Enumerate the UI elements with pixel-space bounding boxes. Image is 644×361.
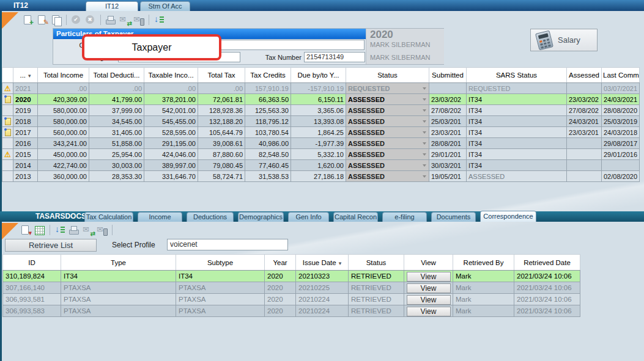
due-cell[interactable]: 27,186.18: [291, 171, 346, 182]
tax-credits-cell[interactable]: 31,538.53: [245, 171, 291, 182]
doc-status-cell[interactable]: RETRIEVED: [349, 305, 404, 317]
status-dropdown[interactable]: ASSESSED: [346, 105, 429, 116]
view-button[interactable]: View: [407, 307, 451, 316]
total-income-cell[interactable]: 450,000.00: [38, 149, 89, 160]
taxable-income-cell[interactable]: .00: [144, 83, 198, 94]
assessed-cell[interactable]: [567, 83, 602, 94]
tax-credits-cell[interactable]: 103,780.54: [245, 127, 291, 138]
column-header-type[interactable]: Type: [61, 255, 176, 271]
status-dropdown[interactable]: ASSESSED: [346, 160, 429, 171]
doc-retrieved-date-cell[interactable]: 2021/03/24 10:06: [514, 294, 580, 305]
tab-demographics[interactable]: Demographics: [238, 212, 284, 222]
tax-number-field[interactable]: 2154713149: [304, 52, 365, 62]
doc-issue-date-cell[interactable]: 20210224: [296, 305, 349, 317]
doc-retrieved-by-cell[interactable]: Mark: [453, 282, 514, 294]
assessed-cell[interactable]: 23/03/202: [567, 94, 602, 105]
row-flag-cell[interactable]: [2, 83, 13, 94]
assessed-cell[interactable]: [567, 171, 602, 182]
due-cell[interactable]: 6,150.11: [291, 94, 346, 105]
status-dropdown[interactable]: ASSESSED: [346, 127, 429, 138]
doc-type-cell[interactable]: PTAXSA: [61, 294, 176, 305]
total-deductions-cell[interactable]: 51,858.00: [89, 138, 144, 149]
year-cell[interactable]: 2018: [13, 116, 38, 127]
status-dropdown[interactable]: ASSESSED: [346, 116, 429, 127]
tab-tax-calculation[interactable]: Tax Calculation: [84, 212, 133, 222]
due-cell[interactable]: 1,864.25: [291, 127, 346, 138]
submitted-cell[interactable]: [429, 83, 467, 94]
column-header-subtype[interactable]: Subtype: [176, 255, 265, 271]
docs-row-2[interactable]: 307,166,140 PTAXSA PTAXSA 2020 20210225 …: [3, 282, 580, 294]
select-profile-input[interactable]: voicenet: [167, 239, 288, 250]
tax-credits-cell[interactable]: 118,795.12: [245, 116, 291, 127]
total-tax-cell[interactable]: 79,080.45: [198, 160, 245, 171]
tax-credits-cell[interactable]: 66,363.50: [245, 94, 291, 105]
export-grid-icon[interactable]: [34, 224, 46, 236]
doc-type-cell[interactable]: PTAXSA: [61, 305, 176, 317]
submitted-cell[interactable]: 23/03/201: [429, 127, 467, 138]
accept-icon[interactable]: [70, 14, 83, 26]
total-deductions-cell[interactable]: 28,353.30: [89, 171, 144, 182]
taxable-income-cell[interactable]: 378,201.00: [144, 94, 198, 105]
tab-gen-info[interactable]: Gen Info: [288, 212, 329, 222]
column-header-year[interactable]: Year: [265, 255, 296, 271]
due-cell[interactable]: -157,910.19: [291, 83, 346, 94]
submitted-cell[interactable]: 23/03/202: [429, 94, 467, 105]
sars-status-cell[interactable]: IT34: [467, 149, 567, 160]
tab-it12[interactable]: IT12: [86, 1, 138, 11]
view-button[interactable]: View: [407, 272, 451, 282]
send-receive-mail-icon[interactable]: [82, 224, 94, 236]
print-icon[interactable]: [105, 14, 117, 26]
doc-year-cell[interactable]: 2020: [265, 294, 296, 305]
new-record-icon[interactable]: [22, 14, 34, 26]
grid-row-2020[interactable]: 2020 420,309.00 41,799.00 378,201.00 72,…: [2, 94, 640, 105]
column-header-retrieved-by[interactable]: Retrieved By: [453, 255, 514, 271]
last-comm-cell[interactable]: 02/08/2020: [602, 171, 640, 182]
tax-credits-cell[interactable]: 157,910.19: [245, 83, 291, 94]
grid-row-2017[interactable]: 2017 560,000.00 31,405.00 528,595.00 105…: [2, 127, 640, 138]
grid-row-2021[interactable]: 2021 .00 .00 .00 .00 157,910.19 -157,910…: [2, 83, 640, 94]
salary-button[interactable]: Salary: [530, 29, 598, 51]
total-deductions-cell[interactable]: .00: [89, 83, 144, 94]
column-header-sars-status[interactable]: SARS Status: [467, 68, 567, 83]
doc-year-cell[interactable]: 2020: [265, 282, 296, 294]
last-comm-cell[interactable]: 24/03/2018: [602, 127, 640, 138]
docs-row-3[interactable]: 306,993,581 PTAXSA PTAXSA 2020 20210224 …: [3, 294, 580, 305]
assessed-cell[interactable]: 23/03/201: [567, 127, 602, 138]
doc-id-cell[interactable]: 310,189,824: [3, 271, 61, 282]
submitted-cell[interactable]: 30/03/201: [429, 160, 467, 171]
column-header-total-income[interactable]: Total Income: [38, 68, 89, 83]
total-income-cell[interactable]: 422,740.00: [38, 160, 89, 171]
retrieve-document-icon[interactable]: [20, 224, 32, 236]
send-sms-icon[interactable]: [133, 14, 145, 26]
due-cell[interactable]: 3,365.06: [291, 105, 346, 116]
year-cell[interactable]: 2014: [13, 160, 38, 171]
doc-retrieved-by-cell[interactable]: Mark: [453, 271, 514, 282]
total-deductions-cell[interactable]: 25,954.00: [89, 149, 144, 160]
row-flag-cell[interactable]: [2, 105, 13, 116]
total-income-cell[interactable]: .00: [38, 83, 89, 94]
total-income-cell[interactable]: 360,000.00: [38, 171, 89, 182]
sars-status-cell[interactable]: IT34: [467, 116, 567, 127]
tax-credits-cell[interactable]: 40,986.00: [245, 138, 291, 149]
doc-type-cell[interactable]: PTAXSA: [61, 282, 176, 294]
retrieve-list-button[interactable]: Retrieve List: [5, 239, 97, 252]
doc-id-cell[interactable]: 307,166,140: [3, 282, 61, 294]
assessed-cell[interactable]: 24/03/201: [567, 116, 602, 127]
grid-row-2015[interactable]: 2015 450,000.00 25,954.00 424,046.00 87,…: [2, 149, 640, 160]
column-header-taxable-income[interactable]: Taxable Inco...: [144, 68, 198, 83]
year-cell[interactable]: 2016: [13, 138, 38, 149]
submitted-cell[interactable]: 28/08/201: [429, 138, 467, 149]
status-dropdown[interactable]: ASSESSED: [346, 171, 429, 182]
total-deductions-cell[interactable]: 41,799.00: [89, 94, 144, 105]
doc-year-cell[interactable]: 2020: [265, 305, 296, 317]
last-comm-cell[interactable]: 03/07/2021: [602, 83, 640, 94]
taxable-income-cell[interactable]: 542,001.00: [144, 105, 198, 116]
tab-stm-of-acc[interactable]: Stm Of Acc: [140, 1, 190, 11]
total-tax-cell[interactable]: 105,644.79: [198, 127, 245, 138]
doc-id-cell[interactable]: 306,993,581: [3, 294, 61, 305]
submitted-cell[interactable]: 19/05/201: [429, 171, 467, 182]
sars-status-cell[interactable]: REQUESTED: [467, 83, 567, 94]
total-income-cell[interactable]: 560,000.00: [38, 127, 89, 138]
total-tax-cell[interactable]: 132,188.20: [198, 116, 245, 127]
year-cell[interactable]: 2020: [13, 94, 38, 105]
